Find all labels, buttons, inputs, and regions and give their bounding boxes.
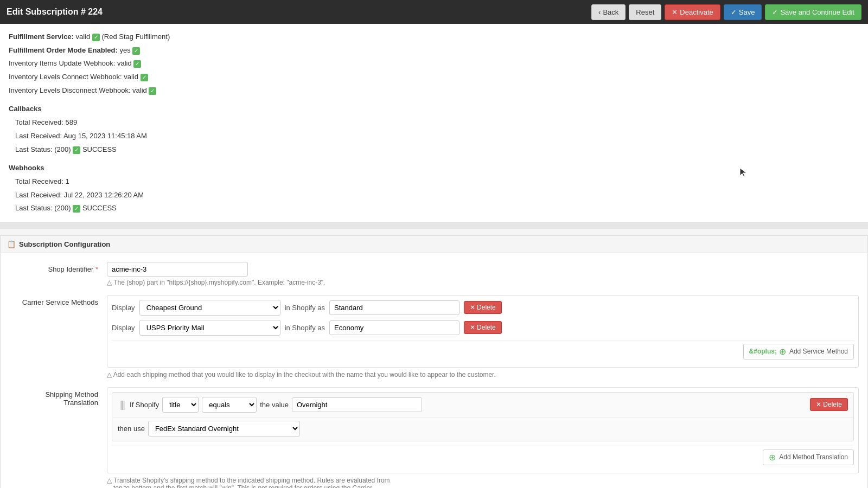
add-method-translation-btn[interactable]: ⊕ Add Method Translation [763,450,854,465]
fulfillment-valid-icon: ✓ [92,34,100,41]
webhooks-last-status-row: Last Status: (200) ✓ SUCCESS [9,202,859,215]
shop-identifier-input[interactable] [107,262,248,277]
save-continue-button[interactable]: ✓ Save and Continue Edit [765,4,861,20]
inventory-levels-disconnect-row: Inventory Levels Disconnect Webhook: val… [9,84,859,98]
webhooks-total-value: 1 [66,177,69,185]
shop-identifier-hint: △ The (shop) part in "https://{shop}.mys… [107,279,859,286]
add-service-method-btn[interactable]: &#oplus; ⊕ Add Service Method [743,344,854,359]
carrier-hint: △ Add each shipping method that you woul… [107,371,859,378]
carrier-service-label: Carrier Service Methods [9,295,107,306]
translation-method-select[interactable]: FedEx Standard Overnight FedEx Priority … [148,421,300,436]
inventory-levels-connect-row: Inventory Levels Connect Webhook: valid … [9,70,859,84]
header-actions: ‹ Back Reset ✕ Deactivate ✓ Save ✓ Save … [591,4,861,20]
shopify-as-label-1: in Shopify as [285,304,325,312]
fulfillment-service-label: Fulfillment Service: valid [9,33,92,41]
fulfillment-mode-icon: ✓ [132,47,140,55]
add-service-method-row: &#oplus; ⊕ Add Service Method [112,340,854,363]
section-title: Subscription Configuration [19,240,110,248]
config-form: Shop Identifier * △ The (shop) part in "… [1,253,867,488]
subscription-config-panel: 📋 Subscription Configuration Shop Identi… [0,235,868,488]
webhooks-total-label: Total Received: [9,177,63,185]
delete-icon-2: ✕ [470,324,475,331]
page-title: Edit Subscription # 224 [7,7,103,17]
callbacks-heading: Callbacks [9,102,859,116]
callbacks-last-received-value: Aug 15, 2023 11:45:18 AM [63,132,147,140]
arrow-left-icon: ‹ [598,8,601,16]
carrier-method-select-1[interactable]: Cheapest Ground USPS Priority Mail FedEx… [139,300,280,316]
delete-translation-icon: ✕ [816,401,821,408]
callbacks-last-status-label: Last Status: [9,145,53,153]
section-gap [0,222,868,229]
webhooks-status-icon: ✓ [73,205,80,213]
hint-triangle-icon-3: △ [107,477,112,484]
webhooks-last-status-label: Last Status: [9,204,53,212]
header-bar: Edit Subscription # 224 ‹ Back Reset ✕ D… [0,0,868,24]
display-label-1: Display [112,304,135,312]
carrier-method-row-2: Display Cheapest Ground USPS Priority Ma… [112,320,854,336]
shop-identifier-label: Shop Identifier * [9,262,107,273]
callbacks-status-icon: ✓ [73,146,80,154]
delete-translation-btn[interactable]: ✕ Delete [810,398,848,411]
inventory-connect-icon: ✓ [141,74,148,81]
webhooks-last-received-label: Last Received: [9,191,62,199]
delete-method-btn-1[interactable]: ✕ Delete [464,301,502,314]
callbacks-total-value: 589 [66,118,78,126]
fulfillment-order-mode-label: Fulfillment Order Mode Enabled: yes [9,46,132,54]
callbacks-total-row: Total Received: 589 [9,116,859,130]
callbacks-last-status-code: (200) [54,145,71,153]
fulfillment-order-mode-row: Fulfillment Order Mode Enabled: yes ✓ [9,44,859,57]
the-value-label: the value [260,401,289,409]
translation-value-input[interactable] [292,397,422,412]
webhooks-last-received-row: Last Received: Jul 22, 2023 12:26:20 AM [9,189,859,202]
callbacks-total-label: Total Received: [9,118,63,126]
webhooks-last-status-value: SUCCESS [82,204,117,212]
then-use-label: then use [118,425,145,433]
save-button[interactable]: ✓ Save [724,4,762,20]
check-icon: ✓ [731,8,737,16]
hint-triangle-icon-2: △ [107,371,112,378]
hint-triangle-icon: △ [107,279,112,286]
carrier-method-select-2[interactable]: Cheapest Ground USPS Priority Mail FedEx… [139,320,280,336]
check-circle-icon: ✓ [772,8,778,16]
add-translation-row: ⊕ Add Method Translation [112,446,854,468]
shopify-value-input-1[interactable] [329,300,459,315]
deactivate-button[interactable]: ✕ Deactivate [665,4,720,20]
shopify-value-input-2[interactable] [329,320,459,335]
plus-icon-service: &#oplus; [749,348,777,355]
fulfillment-service-row: Fulfillment Service: valid ✓ (Red Stag F… [9,30,859,44]
translation-condition-select[interactable]: equals contains starts_with ends_with [202,397,257,413]
translation-top: ||| If Shopify title code id equals cont… [112,393,853,417]
callbacks-last-status-value: SUCCESS [82,145,117,153]
if-shopify-label: If Shopify [130,401,159,409]
callbacks-last-received-row: Last Received: Aug 15, 2023 11:45:18 AM [9,130,859,143]
required-indicator: * [95,265,98,273]
webhooks-last-received-value: Jul 22, 2023 12:26:20 AM [64,191,144,199]
delete-method-btn-2[interactable]: ✕ Delete [464,321,502,334]
callbacks-last-status-row: Last Status: (200) ✓ SUCCESS [9,143,859,157]
section-header: 📋 Subscription Configuration [1,236,867,253]
inventory-items-icon: ✓ [133,60,141,68]
delete-icon-1: ✕ [470,304,475,311]
inventory-disconnect-icon: ✓ [149,87,156,95]
translation-hint: △ Translate Shopify's shipping method to… [107,477,859,488]
reset-button[interactable]: Reset [629,4,661,20]
webhooks-last-status-code: (200) [54,204,71,212]
shipping-translation-label: Shipping Method Translation [9,387,107,407]
back-button[interactable]: ‹ Back [591,4,626,20]
inventory-items-webhook-row: Inventory Items Update Webhook: valid ✓ [9,57,859,70]
callbacks-last-received-label: Last Received: [9,132,62,140]
display-label-2: Display [112,324,135,332]
drag-handle[interactable]: ||| [118,399,126,410]
shopify-as-label-2: in Shopify as [285,324,325,332]
carrier-method-row-1: Display Cheapest Ground USPS Priority Ma… [112,300,854,316]
webhooks-total-row: Total Received: 1 [9,175,859,189]
shop-identifier-controls: △ The (shop) part in "https://{shop}.mys… [107,262,859,286]
times-icon: ✕ [672,8,678,16]
fulfillment-info: Fulfillment Service: valid ✓ (Red Stag F… [0,24,868,222]
shop-identifier-row: Shop Identifier * △ The (shop) part in "… [9,262,859,286]
translation-bottom: then use FedEx Standard Overnight FedEx … [112,417,853,441]
fulfillment-service-name: (Red Stag Fulfillment) [102,33,170,41]
translation-field-select[interactable]: title code id [162,397,199,413]
webhooks-heading: Webhooks [9,162,859,175]
shipping-translation-controls: ||| If Shopify title code id equals cont… [107,387,859,488]
